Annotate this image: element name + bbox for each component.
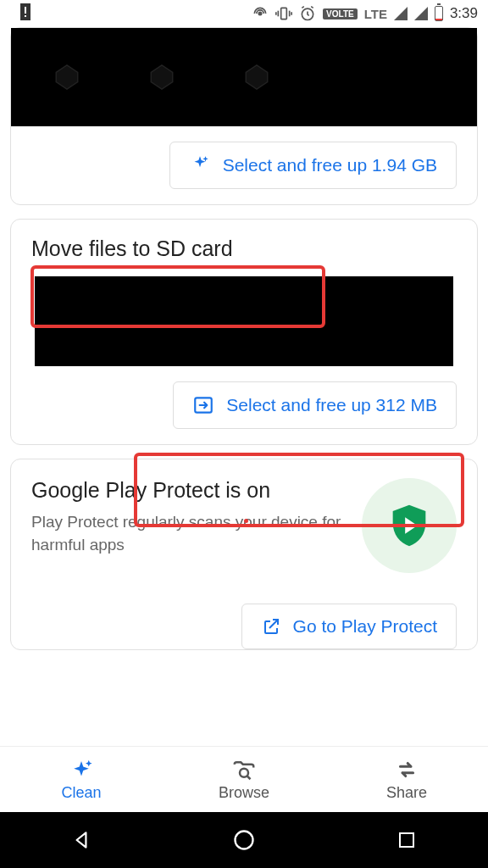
nav-clean[interactable]: Clean: [0, 747, 163, 812]
svg-rect-2: [25, 15, 26, 17]
system-nav-bar: [0, 812, 488, 868]
signal-icon-2: [414, 7, 428, 20]
thumbnail[interactable]: [45, 55, 89, 99]
sparkle-icon: [69, 757, 94, 782]
svg-rect-4: [281, 8, 287, 19]
button-label: Select and free up 1.94 GB: [223, 155, 437, 175]
svg-point-3: [258, 12, 261, 14]
move-to-sd-card: Move files to SD card Select and free up…: [10, 219, 478, 445]
annotation-dot: [244, 519, 248, 523]
main-content: Select and free up 1.94 GB Move files to…: [0, 27, 488, 746]
thumbnail[interactable]: [140, 55, 184, 99]
card-title: Google Play Protect is on: [31, 478, 347, 503]
nav-label: Share: [386, 784, 427, 802]
card-subtitle: Play Protect regularly scans your device…: [31, 511, 347, 556]
lte-label: LTE: [364, 7, 387, 21]
home-button[interactable]: [232, 828, 256, 852]
battery-icon: [435, 6, 443, 21]
go-to-play-protect-button[interactable]: Go to Play Protect: [241, 604, 457, 649]
hotspot-icon: [252, 5, 269, 22]
free-up-button-1[interactable]: Select and free up 1.94 GB: [169, 142, 457, 189]
shield-play-icon: [385, 501, 434, 550]
move-to-sd-icon: [192, 394, 214, 416]
signal-icon-1: [394, 7, 408, 20]
nav-browse[interactable]: Browse: [163, 747, 325, 812]
vibrate-icon: [275, 5, 292, 22]
back-button[interactable]: [69, 828, 93, 852]
svg-rect-13: [400, 833, 413, 847]
folder-search-icon: [231, 757, 257, 782]
play-protect-card: Google Play Protect is on Play Protect r…: [10, 459, 478, 650]
thumbnail-grid[interactable]: [11, 28, 477, 126]
nav-label: Clean: [61, 784, 101, 802]
share-icon: [394, 757, 419, 782]
recent-apps-button[interactable]: [395, 828, 419, 852]
nav-label: Browse: [219, 784, 269, 802]
alarm-icon: [299, 5, 316, 22]
volte-badge: VOLTE: [323, 8, 358, 19]
status-bar: VOLTE LTE 3:39: [0, 0, 488, 27]
clock: 3:39: [450, 5, 478, 22]
svg-point-12: [236, 832, 253, 849]
play-protect-badge: [362, 478, 457, 573]
open-external-icon: [261, 616, 281, 637]
cleanup-card-1: Select and free up 1.94 GB: [10, 27, 478, 205]
redaction-overlay: [35, 276, 453, 366]
thumbnail[interactable]: [235, 55, 279, 99]
svg-point-11: [240, 769, 248, 777]
bottom-nav: Clean Browse Share: [0, 746, 488, 812]
free-up-button-2[interactable]: Select and free up 312 MB: [173, 381, 457, 429]
sparkle-icon: [189, 154, 211, 176]
thumbnail-row[interactable]: [35, 276, 453, 366]
svg-rect-1: [25, 7, 26, 14]
card-title: Move files to SD card: [11, 220, 477, 276]
nav-share[interactable]: Share: [325, 747, 488, 812]
priority-icon: [20, 3, 30, 25]
button-label: Go to Play Protect: [293, 616, 437, 637]
button-label: Select and free up 312 MB: [226, 395, 437, 415]
